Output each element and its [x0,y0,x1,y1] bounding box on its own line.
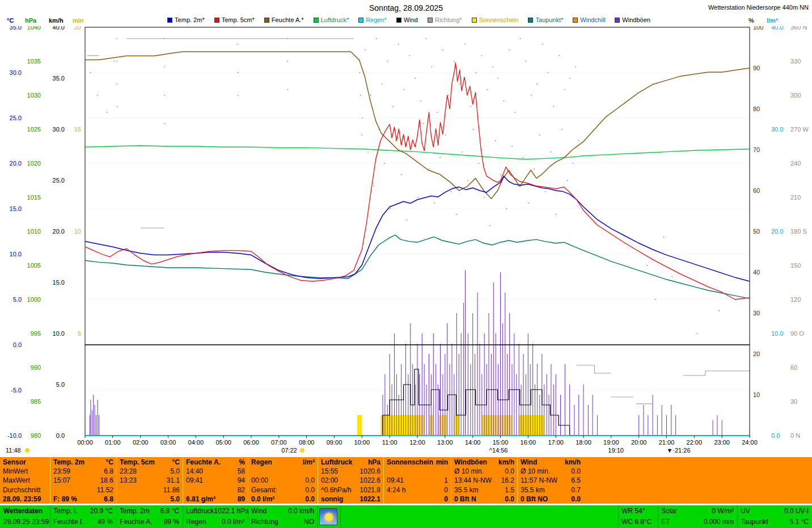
svg-text:19:00: 19:00 [603,439,619,446]
legend-item-luftdruck: Luftdruck* [314,16,349,23]
cell-value: 5.0 [170,467,180,476]
axis-unit-: % [748,17,754,24]
svg-text:35.0: 35.0 [10,26,22,31]
axis-unit-l-m: l/m² [767,17,778,24]
luftdruck-line [85,146,750,159]
stats-col-luftdruck: LuftdruckhPa15:551020.602:001022.6^0.6hP… [318,457,383,504]
svg-text:1040: 1040 [27,26,41,31]
stats-row-label: 28.09. 23:59 [3,495,47,504]
footer-label: Feuchte A. [120,517,152,527]
stats-col-header: Windböenkm/h [454,458,514,467]
cell-label: 09:41 [186,476,203,485]
cell-value: 1.5 [505,485,514,495]
svg-text:100: 100 [753,26,763,31]
svg-text:1035: 1035 [27,58,41,65]
stats-col-temp-2m: Temp. 2m°C23:596.815:0718.611.52F: 89 %6… [50,457,116,504]
sensor-unit: °C [172,458,180,467]
cell-value: 94 [238,476,245,485]
row-label-text: 28.09. 23:59 [3,495,41,504]
cell-label: 35.5 km [454,485,479,495]
x-axis-labels: 00:0001:0002:0003:0004:0005:0006:0007:00… [77,436,758,446]
legend-item-regen: Regen* [358,16,387,23]
svg-text:210: 210 [790,194,801,201]
stats-cell-row: ^0.6hPa/h1021.8 [321,485,380,495]
cell-label: 23:28 [120,467,137,476]
row-label-text: MinWert [3,467,28,476]
legend-swatch-temp-5cm-icon [214,18,219,23]
footer-row: 28.09.25 23:59 [3,517,46,527]
temp-5cm-line [85,62,750,299]
chart-legend: Temp. 2m*Temp. 5cm*Feuchte A.*Luftdruck*… [90,16,728,23]
stats-cell-row [387,467,448,476]
footer-value: 0.000 mm [704,517,734,527]
footer-row: RichtungNO [251,517,314,527]
stats-col-header: Temp. 2m°C [53,458,113,467]
footer-col-luftdruck: Luftdruck1022.1 hPaRegen0.0 l/m² [183,505,248,528]
svg-text:30: 30 [790,398,797,405]
svg-text:40.0: 40.0 [53,26,65,31]
legend-item-windchill: Windchill [573,16,605,23]
footer-col-temp-2m: Temp. 2m6.8 °CFeuchte A.89 % [116,505,183,528]
cell-value: 1 [444,476,448,485]
stats-cell-row: 6.81 g/m³89 [186,495,245,504]
footer-row: UV0.0 UV-I [741,506,809,517]
stats-cell-row: 11:57 N-NW6.5 [521,476,581,485]
svg-text:240: 240 [790,160,801,167]
svg-text:11:00: 11:00 [382,439,397,446]
svg-text:07:00: 07:00 [271,439,287,446]
cell-label: 0 Bft N [454,495,476,504]
cell-value: 89 [238,495,245,504]
cell-label: 14:40 [186,467,203,476]
svg-text:60: 60 [753,187,760,194]
footer-row: ET0.000 mm [661,517,734,527]
svg-text:05:00: 05:00 [215,439,231,446]
legend-swatch-windchill-icon [573,18,578,23]
footer-value: 20.9 °C [90,506,113,517]
footer-right-col-solar: Solar0 W/m²ET0.000 mm [658,505,737,528]
sensor-unit: km/h [498,458,514,467]
svg-text:03:00: 03:00 [160,439,176,446]
svg-text:00:00: 00:00 [77,439,93,446]
sun-icon [26,449,29,453]
footer-row: Temp. 2m6.8 °C [120,506,179,517]
stats-cell-row: 0 Bft NO0.0 [521,495,581,504]
cell-label: 02:00 [321,476,338,485]
svg-text:1005: 1005 [27,262,41,269]
svg-text:40: 40 [753,269,760,276]
cell-value: 11.52 [97,485,113,495]
cell-label: Ø 10 min. [521,467,550,476]
cell-label: 15:55 [321,467,338,476]
cell-value: 6.8 [104,467,113,476]
footer-label: WR 54° [621,506,645,517]
stats-row-label: MaxWert [3,476,47,485]
footer-value: 6.8 °C [160,506,179,517]
legend-swatch-feuchte-a-icon [264,18,269,23]
sensor-name: Temp. 2m [53,458,84,467]
svg-text:360 N: 360 N [790,26,807,31]
stats-cell-row: 82 [186,485,245,495]
svg-text:04:00: 04:00 [188,439,204,446]
footer-bar: Wetterdaten28.09.25 23:59Temp. I.20.9 °C… [0,505,812,528]
cell-value: 0.0 [505,495,514,504]
svg-text:0.0: 0.0 [771,432,780,439]
page-title: Sonntag, 28.09.2025 [0,3,812,12]
stats-cell-row: sonnig1022.1 [321,495,380,504]
marker-21-26: ▼·21:26 [666,447,690,454]
stats-cell-row [251,467,315,476]
sensor-name: Luftdruck [321,458,352,467]
row-label-text: Durchschnitt [3,485,41,495]
footer-label: Taupunkt [741,517,768,527]
footer-label: 28.09.25 23:59 [3,517,49,527]
footer-label: Wetterdaten [3,506,43,517]
cell-value: 31.1 [167,476,180,485]
footer-row: Luftdruck1022.1 hPa [186,506,244,517]
cell-value: 6.5 [571,476,581,485]
cell-label: 15:07 [53,476,70,485]
svg-text:25.0: 25.0 [10,115,22,121]
cell-label: 4:24 h [387,485,405,495]
footer-row: Feuchte I.49 % [53,517,113,527]
stats-col-temp-5cm: Temp. 5cm°C23:285.013:2331.111.865.0 [116,457,183,504]
marker-14-56: ^14:56 [489,447,508,454]
cell-value: 0.0 [305,476,315,485]
footer-col-temp-i: Temp. I.20.9 °CFeuchte I.49 % [50,505,116,528]
